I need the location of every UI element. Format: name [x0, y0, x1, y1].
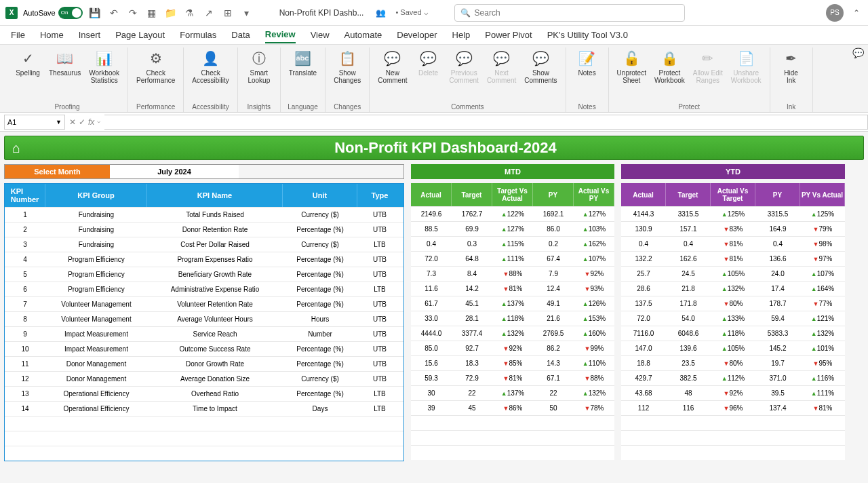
saved-status[interactable]: • Saved ⌵ — [395, 8, 428, 17]
formula-input[interactable] — [104, 115, 868, 130]
ribbon-notes[interactable]: 📝Notes — [572, 47, 603, 102]
selected-month[interactable]: July 2024 — [110, 165, 239, 178]
ytd-row[interactable]: 4144.3 3315.5▲ 125% 3315.5▲ 125% — [621, 206, 845, 221]
menu-insert[interactable]: Insert — [79, 27, 101, 43]
ytd-row[interactable]: 18.8 23.5▼ 80% 19.7▼ 95% — [621, 355, 845, 370]
menu-formulas[interactable]: Formulas — [180, 27, 216, 43]
ytd-row-empty[interactable] — [621, 415, 845, 430]
table-row[interactable]: 14 Operational Efficiency Time to Impact… — [5, 401, 403, 416]
mtd-row[interactable]: 2149.6 1762.7▲ 122% 1692.1▲ 127% — [411, 206, 614, 221]
mtd-row[interactable]: 39 45▼ 86% 50▼ 78% — [411, 400, 614, 415]
ribbon-thesaurus[interactable]: 📖Thesaurus — [46, 47, 83, 102]
ribbon-hide-ink[interactable]: ✒Hide Ink — [776, 47, 807, 102]
toggle-switch[interactable]: On — [58, 7, 83, 19]
mtd-row[interactable]: 61.7 45.1▲ 137% 49.1▲ 126% — [411, 296, 614, 311]
mtd-row[interactable]: 7.3 8.4▼ 88% 7.9▼ 92% — [411, 266, 614, 281]
mtd-row[interactable]: 0.4 0.3▲ 115% 0.2▲ 162% — [411, 236, 614, 251]
accept-formula-icon[interactable]: ✓ — [79, 117, 85, 127]
table-row[interactable]: 7 Volunteer Management Volunteer Retenti… — [5, 296, 403, 311]
menu-file[interactable]: File — [11, 27, 25, 43]
ytd-row[interactable]: 72.0 54.0▲ 133% 59.4▲ 121% — [621, 311, 845, 326]
qat-icon-2[interactable]: 📁 — [164, 6, 178, 20]
menu-page-layout[interactable]: Page Layout — [115, 27, 165, 43]
home-icon[interactable]: ⌂ — [5, 140, 28, 156]
qat-icon-3[interactable]: ⚗ — [183, 6, 197, 20]
menu-help[interactable]: Help — [452, 27, 471, 43]
menu-developer[interactable]: Developer — [397, 27, 437, 43]
search-box[interactable]: 🔍 — [454, 4, 685, 22]
qat-more-icon[interactable]: ▾ — [240, 6, 254, 20]
table-row[interactable]: 11 Donor Management Donor Growth Rate Pe… — [5, 356, 403, 371]
ytd-row-empty[interactable] — [621, 445, 845, 460]
menu-home[interactable]: Home — [40, 27, 64, 43]
search-input[interactable] — [475, 8, 679, 18]
mtd-row-empty[interactable] — [411, 430, 614, 445]
mtd-row[interactable]: 15.6 18.3▼ 85% 14.3▲ 110% — [411, 355, 614, 370]
table-row[interactable]: 9 Impact Measurement Service Reach Numbe… — [5, 326, 403, 341]
ytd-row[interactable]: 7116.0 6048.6▲ 118% 5383.3▲ 132% — [621, 326, 845, 341]
qat-icon-1[interactable]: ▦ — [145, 6, 159, 20]
table-row[interactable]: 6 Program Efficiency Administrative Expe… — [5, 282, 403, 296]
mtd-row[interactable]: 4444.0 3377.4▲ 132% 2769.5▲ 160% — [411, 326, 614, 341]
table-row[interactable]: 3 Fundraising Cost Per Dollar Raised Cur… — [5, 237, 403, 252]
menu-automate[interactable]: Automate — [344, 27, 382, 43]
ribbon-spelling[interactable]: ✓Spelling — [12, 47, 43, 102]
fx-icon[interactable]: fx — [88, 117, 94, 127]
ytd-row[interactable]: 429.7 382.5▲ 112% 371.0▲ 116% — [621, 370, 845, 385]
ytd-row[interactable]: 132.2 162.6▼ 81% 136.6▼ 97% — [621, 251, 845, 266]
mtd-row[interactable]: 72.0 64.8▲ 111% 67.4▲ 107% — [411, 251, 614, 266]
qat-icon-4[interactable]: ↗ — [202, 6, 216, 20]
name-box[interactable]: A1 ▼ — [4, 115, 65, 130]
table-row-empty[interactable] — [5, 446, 403, 461]
redo-icon[interactable]: ↷ — [126, 6, 140, 20]
table-row-empty[interactable] — [5, 431, 403, 446]
ribbon-new-comment[interactable]: 💬New Comment — [375, 47, 410, 102]
ribbon-check-performance[interactable]: ⚙Check Performance — [134, 47, 178, 102]
collapse-ribbon-icon[interactable]: ⌃ — [853, 8, 860, 18]
mtd-row[interactable]: 30 22▲ 137% 22▲ 132% — [411, 385, 614, 400]
ytd-row[interactable]: 0.4 0.4▼ 81% 0.4▼ 98% — [621, 236, 845, 251]
comments-pane-icon[interactable]: 💬 — [852, 47, 864, 58]
menu-data[interactable]: Data — [231, 27, 250, 43]
mtd-row[interactable]: 88.5 69.9▲ 127% 86.0▲ 103% — [411, 221, 614, 236]
ytd-row[interactable]: 112 116▼ 96% 137.4▼ 81% — [621, 400, 845, 415]
ribbon-unprotect-sheet[interactable]: 🔓Unprotect Sheet — [614, 47, 649, 102]
table-row[interactable]: 4 Program Efficiency Program Expenses Ra… — [5, 252, 403, 267]
ytd-row-empty[interactable] — [621, 430, 845, 445]
ribbon-translate[interactable]: 🔤Translate — [286, 47, 319, 102]
ribbon-show-comments[interactable]: 💬Show Comments — [521, 47, 559, 102]
formula-dropdown-icon[interactable]: ⌵ — [97, 117, 100, 127]
table-row[interactable]: 1 Fundraising Total Funds Raised Currenc… — [5, 207, 403, 222]
mtd-row[interactable]: 85.0 92.7▼ 92% 86.2▼ 99% — [411, 341, 614, 355]
ytd-row[interactable]: 25.7 24.5▲ 105% 24.0▲ 107% — [621, 266, 845, 281]
chevron-down-icon[interactable]: ▼ — [56, 119, 62, 125]
table-row[interactable]: 2 Fundraising Donor Retention Rate Perce… — [5, 222, 403, 237]
mtd-row[interactable]: 59.3 72.9▼ 81% 67.1▼ 88% — [411, 370, 614, 385]
cancel-formula-icon[interactable]: ✕ — [69, 117, 76, 127]
mtd-row-empty[interactable] — [411, 445, 614, 460]
mtd-row-empty[interactable] — [411, 415, 614, 430]
menu-pk-s-utility-tool-v3-0[interactable]: PK's Utility Tool V3.0 — [547, 27, 628, 43]
autosave-toggle[interactable]: AutoSave On — [23, 7, 83, 19]
ytd-row[interactable]: 130.9 157.1▼ 83% 164.9▼ 79% — [621, 221, 845, 236]
ytd-row[interactable]: 28.6 21.8▲ 132% 17.4▲ 164% — [621, 281, 845, 296]
user-avatar[interactable]: PS — [826, 4, 844, 22]
share-icon[interactable]: 👥 — [376, 8, 386, 18]
ribbon-protect-workbook[interactable]: 🔒Protect Workbook — [652, 47, 688, 102]
menu-review[interactable]: Review — [265, 26, 296, 43]
ytd-row[interactable]: 137.5 171.8▼ 80% 178.7▼ 77% — [621, 296, 845, 311]
ribbon-workbook-statistics[interactable]: 📊Workbook Statistics — [86, 47, 122, 102]
menu-power-pivot[interactable]: Power Pivot — [485, 27, 532, 43]
table-row-empty[interactable] — [5, 416, 403, 431]
mtd-row[interactable]: 11.6 14.2▼ 81% 12.4▼ 93% — [411, 281, 614, 296]
ytd-row[interactable]: 43.68 48▼ 92% 39.5▲ 111% — [621, 385, 845, 400]
ribbon-show-changes[interactable]: 📋Show Changes — [331, 47, 363, 102]
ytd-row[interactable]: 147.0 139.6▲ 105% 145.2▲ 101% — [621, 341, 845, 355]
ribbon-check-accessibility[interactable]: 👤Check Accessibility — [189, 47, 231, 102]
qat-icon-5[interactable]: ⊞ — [221, 6, 235, 20]
undo-icon[interactable]: ↶ — [107, 6, 121, 20]
mtd-row[interactable]: 33.0 28.1▲ 118% 21.6▲ 153% — [411, 311, 614, 326]
table-row[interactable]: 8 Volunteer Management Average Volunteer… — [5, 311, 403, 326]
ribbon-smart-lookup[interactable]: ⓘSmart Lookup — [243, 47, 275, 102]
save-icon[interactable]: 💾 — [88, 6, 102, 20]
